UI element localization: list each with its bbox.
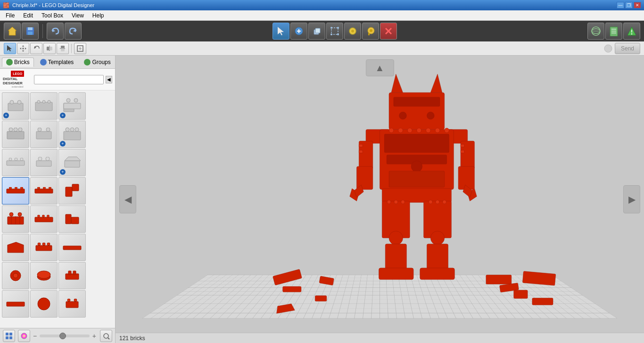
brick-item-1[interactable]: + bbox=[2, 92, 29, 120]
close-button[interactable]: ✕ bbox=[634, 2, 641, 8]
delete-button[interactable] bbox=[380, 23, 397, 40]
brick-item-6[interactable]: + bbox=[58, 121, 86, 148]
view3d-button[interactable] bbox=[587, 23, 604, 40]
redo-button[interactable] bbox=[65, 23, 82, 40]
brick-item-24[interactable] bbox=[58, 290, 86, 318]
dd-subtitle: extended bbox=[12, 85, 24, 88]
maximize-button[interactable]: ❐ bbox=[625, 2, 633, 8]
home-button[interactable] bbox=[4, 23, 21, 40]
menu-help[interactable]: Help bbox=[89, 11, 108, 20]
clone-button[interactable] bbox=[308, 23, 325, 40]
brick-item-8[interactable] bbox=[30, 149, 58, 176]
save-button[interactable] bbox=[22, 23, 39, 40]
brick-item-23[interactable] bbox=[30, 290, 58, 318]
undo-button[interactable] bbox=[47, 23, 64, 40]
svg-point-76 bbox=[20, 158, 23, 161]
building-guide-button[interactable] bbox=[605, 23, 622, 40]
bricks-tab-label: Bricks bbox=[14, 59, 30, 65]
flip-h-button[interactable] bbox=[43, 43, 56, 54]
svg-point-152 bbox=[398, 128, 403, 133]
left-panel: Bricks Templates Groups LEGO DIGITAL DES… bbox=[0, 56, 116, 343]
brick-item-10[interactable] bbox=[2, 177, 29, 204]
svg-point-84 bbox=[15, 187, 17, 189]
flip-v-button[interactable] bbox=[57, 43, 69, 54]
svg-rect-12 bbox=[331, 28, 338, 34]
brick-item-9[interactable]: + bbox=[58, 149, 86, 176]
arrow-up-button[interactable]: ▲ bbox=[366, 59, 394, 76]
tab-templates[interactable]: Templates bbox=[36, 57, 78, 67]
brick-item-5[interactable] bbox=[30, 121, 58, 148]
svg-point-94 bbox=[18, 212, 22, 216]
svg-rect-133 bbox=[394, 97, 440, 106]
svg-point-120 bbox=[67, 299, 70, 302]
groups-tab-label: Groups bbox=[92, 59, 110, 65]
menu-view[interactable]: View bbox=[68, 11, 88, 20]
svg-point-20 bbox=[370, 29, 372, 32]
search-input[interactable] bbox=[34, 75, 104, 84]
svg-point-106 bbox=[38, 243, 41, 245]
svg-rect-55 bbox=[37, 100, 40, 103]
paint-button[interactable] bbox=[362, 23, 379, 40]
rotate-button[interactable] bbox=[30, 43, 42, 54]
brick-item-16[interactable] bbox=[2, 234, 29, 261]
zoom-thumb[interactable] bbox=[59, 333, 66, 339]
svg-point-14 bbox=[337, 27, 339, 29]
dd-text: DIGITAL DESIGNER bbox=[3, 77, 32, 85]
brick-item-21[interactable] bbox=[58, 262, 86, 289]
move-button[interactable] bbox=[17, 43, 29, 54]
svg-point-121 bbox=[74, 299, 77, 302]
select-mode-button[interactable] bbox=[4, 43, 16, 54]
brick-item-11[interactable] bbox=[30, 177, 58, 204]
brick-item-19[interactable] bbox=[2, 262, 29, 289]
content-area: Bricks Templates Groups LEGO DIGITAL DES… bbox=[0, 56, 644, 343]
brick-item-14[interactable] bbox=[30, 205, 58, 233]
send-button[interactable]: Send bbox=[615, 43, 640, 54]
svg-rect-82 bbox=[7, 189, 25, 193]
svg-line-129 bbox=[108, 338, 109, 339]
svg-point-61 bbox=[74, 98, 78, 102]
menu-edit[interactable]: Edit bbox=[19, 11, 37, 20]
svg-rect-3 bbox=[28, 32, 33, 35]
svg-point-155 bbox=[426, 128, 431, 133]
svg-rect-41 bbox=[47, 47, 49, 50]
arrow-left-button[interactable]: ◀ bbox=[119, 185, 136, 213]
brick-item-15[interactable] bbox=[58, 205, 86, 233]
brick-item-2[interactable] bbox=[30, 92, 58, 120]
titlebar-controls[interactable]: — ❐ ✕ bbox=[617, 2, 641, 8]
menubar: File Edit Tool Box View Help bbox=[0, 10, 644, 21]
app-icon: 🧱 bbox=[3, 2, 9, 8]
lego-logo-mark: LEGO bbox=[11, 71, 24, 77]
color-button[interactable] bbox=[18, 330, 30, 342]
brick-item-13[interactable] bbox=[2, 205, 29, 233]
menu-toolbox[interactable]: Tool Box bbox=[38, 11, 67, 20]
minimize-button[interactable]: — bbox=[617, 2, 624, 8]
arrow-right-button[interactable]: ▶ bbox=[623, 185, 640, 213]
snap-button[interactable] bbox=[74, 43, 86, 54]
brick-item-4[interactable] bbox=[2, 121, 29, 148]
brick-item-20[interactable] bbox=[30, 262, 58, 289]
brick-item-7[interactable] bbox=[2, 149, 29, 176]
svg-rect-44 bbox=[61, 46, 65, 48]
tab-bricks[interactable]: Bricks bbox=[2, 57, 34, 67]
svg-point-39 bbox=[22, 48, 24, 49]
brick-item-22[interactable] bbox=[2, 290, 29, 318]
svg-marker-36 bbox=[22, 50, 24, 52]
brick-item-3[interactable]: + bbox=[58, 92, 86, 120]
menu-file[interactable]: File bbox=[2, 11, 18, 20]
brick-item-18[interactable] bbox=[58, 234, 86, 261]
brick-item-17[interactable] bbox=[30, 234, 58, 261]
svg-rect-177 bbox=[359, 144, 363, 147]
select-tool-button[interactable] bbox=[272, 23, 289, 40]
tab-groups[interactable]: Groups bbox=[80, 57, 115, 67]
view-toggle-button[interactable] bbox=[3, 330, 15, 342]
hinge-button[interactable] bbox=[344, 23, 361, 40]
svg-rect-124 bbox=[6, 336, 8, 339]
svg-rect-2 bbox=[28, 27, 33, 30]
transform-button[interactable] bbox=[326, 23, 343, 40]
brick-item-12[interactable] bbox=[58, 177, 86, 204]
add-brick-button[interactable] bbox=[290, 23, 307, 40]
shopping-button[interactable] bbox=[623, 23, 640, 40]
expand-button[interactable]: ◀ bbox=[106, 76, 112, 83]
svg-point-79 bbox=[46, 157, 50, 161]
zoom-fit-button[interactable] bbox=[100, 330, 112, 342]
